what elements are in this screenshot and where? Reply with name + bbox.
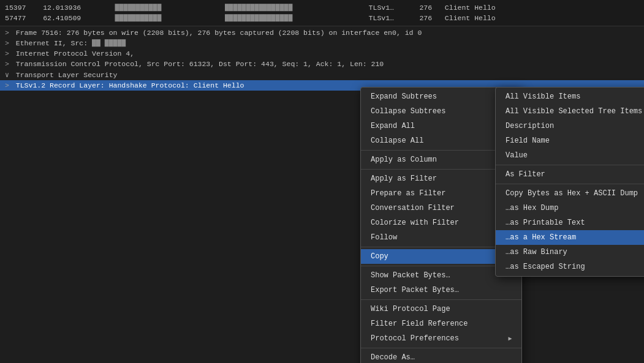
detail-ethernet[interactable]: > Ethernet II, Src: ██ █████ bbox=[0, 38, 644, 48]
menu-item-protocol-prefs[interactable]: Protocol Preferences ▶ bbox=[361, 331, 521, 346]
packet-src: ███████████ bbox=[115, 4, 161, 12]
detail-text: Transport Layer Security bbox=[16, 71, 118, 79]
submenu-separator bbox=[496, 165, 644, 165]
detail-text: Ethernet II, Src: ██ █████ bbox=[16, 39, 126, 47]
detail-text: Transmission Control Protocol, Src Port:… bbox=[16, 60, 384, 68]
submenu-as-raw-binary[interactable]: …as Raw Binary bbox=[496, 245, 644, 260]
submenu-value[interactable]: Value bbox=[496, 148, 644, 163]
packet-info: Client Hello bbox=[445, 4, 496, 12]
packet-row[interactable]: 57477 62.410509 ███████████ ████████████… bbox=[0, 13, 644, 23]
copy-submenu: All Visible Items All Visible Selected T… bbox=[495, 87, 644, 277]
menu-item-wiki-protocol[interactable]: Wiki Protocol Page bbox=[361, 302, 521, 316]
expand-arrow: > bbox=[5, 29, 9, 37]
menu-separator bbox=[361, 299, 521, 300]
detail-ip[interactable]: > Internet Protocol Version 4, bbox=[0, 48, 644, 59]
packet-time: 12.013936 bbox=[43, 4, 81, 12]
packet-src: ███████████ bbox=[115, 14, 161, 22]
submenu-description[interactable]: Description bbox=[496, 119, 644, 133]
submenu-as-escaped-string[interactable]: …as Escaped String bbox=[496, 260, 644, 274]
detail-tls-parent[interactable]: ∨ Transport Layer Security bbox=[0, 69, 644, 80]
packet-list: 15397 12.013936 ███████████ ████████████… bbox=[0, 0, 644, 26]
menu-item-filter-field-ref[interactable]: Filter Field Reference bbox=[361, 316, 521, 331]
expand-arrow: ∨ bbox=[5, 71, 9, 79]
detail-text: Frame 7516: 276 bytes on wire (2208 bits… bbox=[16, 29, 422, 37]
packet-row[interactable]: 15397 12.013936 ███████████ ████████████… bbox=[0, 2, 644, 13]
expand-arrow: > bbox=[5, 60, 9, 68]
packet-dst: ████████████████ bbox=[225, 4, 292, 12]
submenu-as-filter[interactable]: As Filter bbox=[496, 167, 644, 182]
expand-arrow: > bbox=[5, 50, 9, 58]
expand-arrow: > bbox=[5, 39, 9, 47]
packet-len: 276 bbox=[419, 4, 432, 12]
packet-detail: > Frame 7516: 276 bytes on wire (2208 bi… bbox=[0, 26, 644, 92]
packet-time: 62.410509 bbox=[43, 14, 81, 22]
menu-item-decode-as[interactable]: Decode As… bbox=[361, 350, 521, 363]
submenu-arrow: ▶ bbox=[508, 335, 512, 342]
detail-frame[interactable]: > Frame 7516: 276 bytes on wire (2208 bi… bbox=[0, 28, 644, 38]
submenu-as-hex-stream[interactable]: …as a Hex Stream bbox=[496, 230, 644, 245]
submenu-all-visible[interactable]: All Visible Items bbox=[496, 89, 644, 104]
detail-tcp[interactable]: > Transmission Control Protocol, Src Por… bbox=[0, 59, 644, 69]
submenu-copy-bytes-hex-ascii[interactable]: Copy Bytes as Hex + ASCII Dump bbox=[496, 186, 644, 201]
packet-info: Client Hello bbox=[445, 14, 496, 22]
detail-text: Internet Protocol Version 4, bbox=[16, 50, 134, 58]
submenu-field-name[interactable]: Field Name bbox=[496, 133, 644, 148]
submenu-separator bbox=[496, 184, 644, 184]
submenu-as-printable-text[interactable]: …as Printable Text bbox=[496, 215, 644, 230]
packet-num: 15397 bbox=[5, 4, 26, 12]
packet-len: 276 bbox=[419, 14, 432, 22]
packet-proto: TLSv1… bbox=[369, 14, 394, 22]
submenu-all-visible-selected[interactable]: All Visible Selected Tree Items bbox=[496, 104, 644, 119]
packet-num: 57477 bbox=[5, 14, 26, 22]
packet-proto: TLSv1… bbox=[369, 4, 394, 12]
detail-text: TLSv1.2 Record Layer: Handshake Protocol… bbox=[16, 81, 244, 89]
menu-separator bbox=[361, 348, 521, 348]
expand-arrow: > bbox=[5, 81, 9, 89]
menu-item-export-packet-bytes[interactable]: Export Packet Bytes… bbox=[361, 283, 521, 298]
packet-dst: ████████████████ bbox=[225, 14, 292, 22]
submenu-as-hex-dump[interactable]: …as Hex Dump bbox=[496, 201, 644, 215]
